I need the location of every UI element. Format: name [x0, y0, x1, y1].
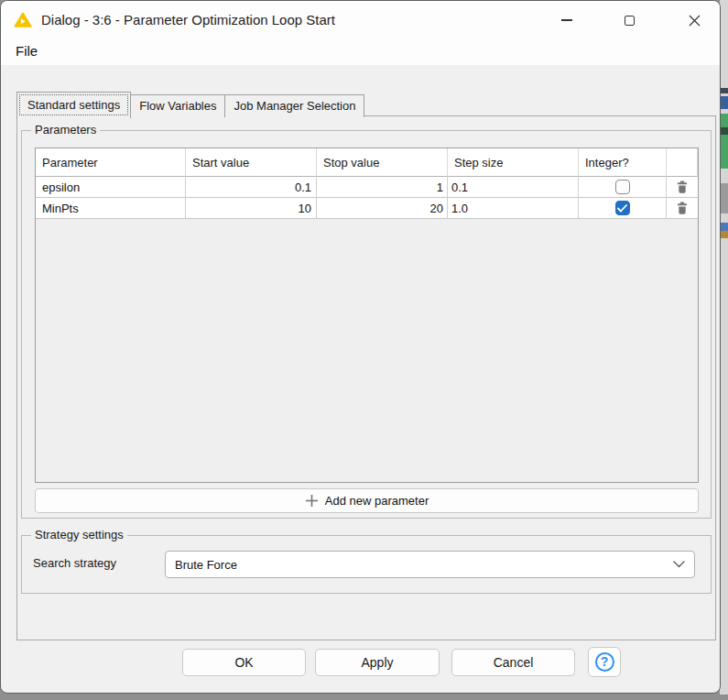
search-strategy-dropdown[interactable]: Brute Force: [165, 551, 695, 578]
table-row: epsilon 0.1 1 0.1: [36, 177, 698, 198]
parameter-name-cell[interactable]: epsilon: [36, 177, 186, 198]
apply-button[interactable]: Apply: [315, 649, 440, 676]
search-strategy-value: Brute Force: [175, 558, 673, 572]
backdrop-icon-sliver: [721, 114, 728, 169]
backdrop-icon-sliver: [721, 127, 728, 135]
step-size-cell[interactable]: 0.1: [448, 177, 579, 198]
screen: Dialog - 3:6 - Parameter Optimization Lo…: [0, 0, 728, 700]
backdrop-icon-sliver: [721, 231, 728, 238]
tab-strip: Standard settings Flow Variables Job Man…: [16, 92, 364, 117]
menu-item-file[interactable]: File: [16, 39, 38, 63]
column-header-stop-value[interactable]: Stop value: [317, 148, 448, 177]
ok-button[interactable]: OK: [182, 649, 306, 676]
column-header-parameter[interactable]: Parameter: [36, 148, 186, 177]
backdrop-icon-sliver: [721, 183, 728, 213]
column-header-integer[interactable]: Integer?: [579, 148, 667, 177]
maximize-button[interactable]: [615, 6, 643, 34]
help-icon: ?: [595, 652, 614, 672]
checkmark-icon: [617, 204, 627, 213]
column-header-start-value[interactable]: Start value: [186, 148, 317, 177]
tab-standard-settings[interactable]: Standard settings: [16, 92, 131, 118]
minimize-icon: [561, 19, 572, 21]
knime-loop-start-node-icon: [14, 11, 32, 29]
chevron-down-icon: [673, 561, 685, 568]
parameters-group-label: Parameters: [31, 123, 100, 137]
parameters-table: Parameter Start value Stop value Step si…: [35, 148, 699, 483]
add-new-parameter-label: Add new parameter: [325, 494, 429, 508]
integer-checkbox[interactable]: [615, 201, 630, 215]
title-bar[interactable]: Dialog - 3:6 - Parameter Optimization Lo…: [1, 1, 720, 39]
backdrop-icon-sliver: [721, 223, 728, 231]
column-header-step-size[interactable]: Step size: [448, 148, 579, 177]
window-title: Dialog - 3:6 - Parameter Optimization Lo…: [41, 1, 335, 39]
cancel-button[interactable]: Cancel: [451, 649, 575, 676]
background-app-sliver: [720, 0, 728, 695]
dialog-window: Dialog - 3:6 - Parameter Optimization Lo…: [0, 0, 721, 694]
tab-flow-variables[interactable]: Flow Variables: [130, 94, 225, 117]
strategy-group-label: Strategy settings: [31, 528, 127, 541]
table-header-row: Parameter Start value Stop value Step si…: [36, 148, 698, 177]
close-button[interactable]: [680, 6, 708, 34]
table-row: MinPts 10 20 1.0: [36, 198, 698, 219]
parameters-group: Parameters Parameter Start value Stop va…: [21, 130, 712, 519]
delete-row-button[interactable]: [672, 178, 692, 196]
strategy-settings-group: Strategy settings Search strategy Brute …: [21, 535, 712, 594]
minimize-button[interactable]: [553, 6, 581, 34]
step-size-cell[interactable]: 1.0: [448, 198, 579, 219]
plus-icon: [305, 494, 319, 508]
close-icon: [689, 15, 701, 27]
stop-value-cell[interactable]: 1: [317, 177, 448, 198]
add-new-parameter-button[interactable]: Add new parameter: [35, 488, 699, 513]
tab-job-manager-selection[interactable]: Job Manager Selection: [224, 94, 364, 117]
start-value-cell[interactable]: 10: [186, 198, 317, 219]
trash-icon: [676, 180, 689, 194]
maximize-icon: [625, 16, 635, 26]
trash-icon: [676, 202, 689, 215]
column-header-delete: [667, 148, 698, 177]
search-strategy-label: Search strategy: [33, 556, 116, 570]
delete-row-button[interactable]: [672, 199, 692, 217]
menu-bar: File: [1, 39, 720, 65]
parameter-name-cell[interactable]: MinPts: [36, 198, 186, 219]
backdrop-icon-sliver: [721, 96, 728, 109]
start-value-cell[interactable]: 0.1: [186, 177, 317, 198]
stop-value-cell[interactable]: 20: [317, 198, 448, 219]
help-button[interactable]: ?: [588, 647, 621, 677]
integer-checkbox[interactable]: [615, 180, 630, 194]
backdrop-icon-sliver: [721, 88, 728, 93]
